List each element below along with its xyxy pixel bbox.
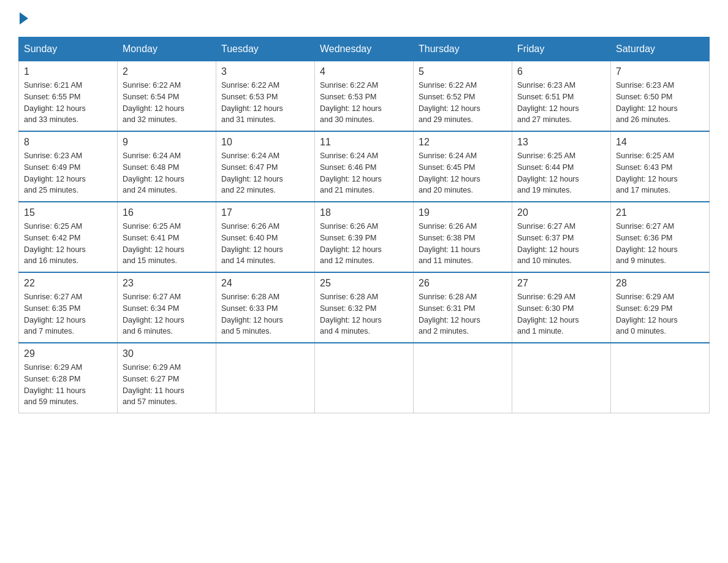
calendar-day-cell: 18Sunrise: 6:26 AMSunset: 6:39 PMDayligh…	[315, 202, 414, 272]
day-info: Sunrise: 6:25 AMSunset: 6:43 PMDaylight:…	[616, 150, 704, 196]
calendar-day-cell: 6Sunrise: 6:23 AMSunset: 6:51 PMDaylight…	[512, 61, 611, 132]
calendar-week-row: 22Sunrise: 6:27 AMSunset: 6:35 PMDayligh…	[19, 272, 710, 343]
calendar-day-cell: 27Sunrise: 6:29 AMSunset: 6:30 PMDayligh…	[512, 272, 611, 343]
day-number: 26	[419, 278, 507, 289]
day-number: 8	[24, 137, 112, 148]
calendar-day-cell	[512, 343, 611, 413]
weekday-header-cell: Saturday	[611, 37, 710, 61]
calendar-day-cell: 7Sunrise: 6:23 AMSunset: 6:50 PMDaylight…	[611, 61, 710, 132]
day-info: Sunrise: 6:29 AMSunset: 6:30 PMDaylight:…	[517, 291, 605, 337]
calendar-day-cell: 15Sunrise: 6:25 AMSunset: 6:42 PMDayligh…	[19, 202, 118, 272]
day-number: 2	[123, 66, 211, 77]
calendar-table: SundayMondayTuesdayWednesdayThursdayFrid…	[18, 37, 710, 413]
day-number: 3	[221, 66, 309, 77]
calendar-week-row: 15Sunrise: 6:25 AMSunset: 6:42 PMDayligh…	[19, 202, 710, 272]
weekday-header-cell: Monday	[118, 37, 216, 61]
weekday-header-cell: Wednesday	[315, 37, 414, 61]
calendar-day-cell: 1Sunrise: 6:21 AMSunset: 6:55 PMDaylight…	[19, 61, 118, 132]
calendar-day-cell: 10Sunrise: 6:24 AMSunset: 6:47 PMDayligh…	[216, 131, 315, 202]
day-number: 17	[221, 207, 309, 218]
calendar-day-cell: 28Sunrise: 6:29 AMSunset: 6:29 PMDayligh…	[611, 272, 710, 343]
weekday-header-cell: Sunday	[19, 37, 118, 61]
day-number: 10	[221, 137, 309, 148]
day-info: Sunrise: 6:26 AMSunset: 6:40 PMDaylight:…	[221, 221, 309, 267]
weekday-header-cell: Thursday	[414, 37, 512, 61]
calendar-day-cell: 11Sunrise: 6:24 AMSunset: 6:46 PMDayligh…	[315, 131, 414, 202]
day-number: 16	[123, 207, 211, 218]
calendar-day-cell: 9Sunrise: 6:24 AMSunset: 6:48 PMDaylight…	[118, 131, 216, 202]
day-number: 5	[419, 66, 507, 77]
day-info: Sunrise: 6:25 AMSunset: 6:44 PMDaylight:…	[517, 150, 605, 196]
day-number: 13	[517, 137, 605, 148]
day-info: Sunrise: 6:26 AMSunset: 6:39 PMDaylight:…	[320, 221, 408, 267]
calendar-day-cell: 8Sunrise: 6:23 AMSunset: 6:49 PMDaylight…	[19, 131, 118, 202]
weekday-header-row: SundayMondayTuesdayWednesdayThursdayFrid…	[19, 37, 710, 61]
calendar-day-cell: 2Sunrise: 6:22 AMSunset: 6:54 PMDaylight…	[118, 61, 216, 132]
calendar-day-cell: 23Sunrise: 6:27 AMSunset: 6:34 PMDayligh…	[118, 272, 216, 343]
day-number: 11	[320, 137, 408, 148]
day-info: Sunrise: 6:22 AMSunset: 6:52 PMDaylight:…	[419, 80, 507, 126]
day-number: 21	[616, 207, 704, 218]
day-number: 4	[320, 66, 408, 77]
day-info: Sunrise: 6:27 AMSunset: 6:37 PMDaylight:…	[517, 221, 605, 267]
weekday-header-cell: Friday	[512, 37, 611, 61]
day-info: Sunrise: 6:21 AMSunset: 6:55 PMDaylight:…	[24, 80, 112, 126]
day-info: Sunrise: 6:23 AMSunset: 6:51 PMDaylight:…	[517, 80, 605, 126]
logo	[18, 12, 29, 25]
day-number: 22	[24, 278, 112, 289]
calendar-day-cell: 24Sunrise: 6:28 AMSunset: 6:33 PMDayligh…	[216, 272, 315, 343]
calendar-day-cell: 22Sunrise: 6:27 AMSunset: 6:35 PMDayligh…	[19, 272, 118, 343]
day-number: 28	[616, 278, 704, 289]
calendar-day-cell: 21Sunrise: 6:27 AMSunset: 6:36 PMDayligh…	[611, 202, 710, 272]
day-info: Sunrise: 6:22 AMSunset: 6:53 PMDaylight:…	[320, 80, 408, 126]
day-number: 9	[123, 137, 211, 148]
calendar-day-cell: 13Sunrise: 6:25 AMSunset: 6:44 PMDayligh…	[512, 131, 611, 202]
day-info: Sunrise: 6:22 AMSunset: 6:54 PMDaylight:…	[123, 80, 211, 126]
page-header	[18, 12, 710, 25]
day-info: Sunrise: 6:27 AMSunset: 6:35 PMDaylight:…	[24, 291, 112, 337]
day-info: Sunrise: 6:23 AMSunset: 6:49 PMDaylight:…	[24, 150, 112, 196]
day-info: Sunrise: 6:28 AMSunset: 6:32 PMDaylight:…	[320, 291, 408, 337]
day-number: 7	[616, 66, 704, 77]
calendar-day-cell: 17Sunrise: 6:26 AMSunset: 6:40 PMDayligh…	[216, 202, 315, 272]
calendar-day-cell: 16Sunrise: 6:25 AMSunset: 6:41 PMDayligh…	[118, 202, 216, 272]
calendar-day-cell: 5Sunrise: 6:22 AMSunset: 6:52 PMDaylight…	[414, 61, 512, 132]
calendar-day-cell	[315, 343, 414, 413]
day-info: Sunrise: 6:29 AMSunset: 6:29 PMDaylight:…	[616, 291, 704, 337]
day-number: 24	[221, 278, 309, 289]
calendar-day-cell: 14Sunrise: 6:25 AMSunset: 6:43 PMDayligh…	[611, 131, 710, 202]
day-info: Sunrise: 6:27 AMSunset: 6:36 PMDaylight:…	[616, 221, 704, 267]
calendar-week-row: 8Sunrise: 6:23 AMSunset: 6:49 PMDaylight…	[19, 131, 710, 202]
calendar-day-cell: 25Sunrise: 6:28 AMSunset: 6:32 PMDayligh…	[315, 272, 414, 343]
calendar-day-cell: 19Sunrise: 6:26 AMSunset: 6:38 PMDayligh…	[414, 202, 512, 272]
day-number: 6	[517, 66, 605, 77]
calendar-week-row: 1Sunrise: 6:21 AMSunset: 6:55 PMDaylight…	[19, 61, 710, 132]
calendar-day-cell: 12Sunrise: 6:24 AMSunset: 6:45 PMDayligh…	[414, 131, 512, 202]
day-number: 1	[24, 66, 112, 77]
day-info: Sunrise: 6:29 AMSunset: 6:27 PMDaylight:…	[123, 362, 211, 408]
day-info: Sunrise: 6:23 AMSunset: 6:50 PMDaylight:…	[616, 80, 704, 126]
day-info: Sunrise: 6:25 AMSunset: 6:42 PMDaylight:…	[24, 221, 112, 267]
day-info: Sunrise: 6:28 AMSunset: 6:31 PMDaylight:…	[419, 291, 507, 337]
day-number: 14	[616, 137, 704, 148]
day-info: Sunrise: 6:25 AMSunset: 6:41 PMDaylight:…	[123, 221, 211, 267]
calendar-day-cell	[216, 343, 315, 413]
calendar-week-row: 29Sunrise: 6:29 AMSunset: 6:28 PMDayligh…	[19, 343, 710, 413]
day-number: 23	[123, 278, 211, 289]
day-info: Sunrise: 6:24 AMSunset: 6:47 PMDaylight:…	[221, 150, 309, 196]
day-number: 19	[419, 207, 507, 218]
day-info: Sunrise: 6:24 AMSunset: 6:46 PMDaylight:…	[320, 150, 408, 196]
day-info: Sunrise: 6:29 AMSunset: 6:28 PMDaylight:…	[24, 362, 112, 408]
calendar-day-cell: 26Sunrise: 6:28 AMSunset: 6:31 PMDayligh…	[414, 272, 512, 343]
day-number: 25	[320, 278, 408, 289]
day-number: 20	[517, 207, 605, 218]
day-number: 29	[24, 348, 112, 359]
day-number: 18	[320, 207, 408, 218]
day-info: Sunrise: 6:28 AMSunset: 6:33 PMDaylight:…	[221, 291, 309, 337]
day-info: Sunrise: 6:27 AMSunset: 6:34 PMDaylight:…	[123, 291, 211, 337]
day-number: 30	[123, 348, 211, 359]
calendar-day-cell: 20Sunrise: 6:27 AMSunset: 6:37 PMDayligh…	[512, 202, 611, 272]
logo-arrow-icon	[20, 12, 28, 25]
day-number: 27	[517, 278, 605, 289]
calendar-day-cell: 29Sunrise: 6:29 AMSunset: 6:28 PMDayligh…	[19, 343, 118, 413]
